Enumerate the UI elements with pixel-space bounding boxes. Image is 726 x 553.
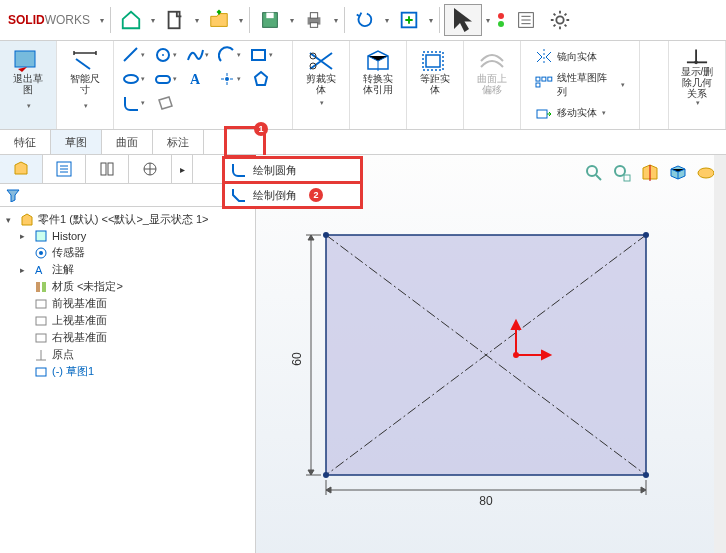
svg-point-11: [162, 54, 164, 56]
svg-rect-28: [101, 163, 106, 175]
polygon-tool[interactable]: [246, 68, 276, 90]
tab-surface[interactable]: 曲面: [102, 130, 153, 154]
tree-sensors[interactable]: 传感器: [20, 244, 249, 261]
svg-rect-2: [266, 13, 273, 19]
chevron-right-icon[interactable]: ▸: [172, 155, 193, 183]
tree-annotations[interactable]: ▸A注解: [20, 261, 249, 278]
feature-tree-tab[interactable]: [0, 155, 43, 183]
offset-entities-button[interactable]: 等距实 体: [411, 44, 459, 99]
svg-rect-0: [169, 12, 180, 29]
svg-rect-22: [542, 77, 546, 81]
show-relations-button[interactable]: 显示/删 除几何 关系: [673, 44, 721, 99]
chevron-down-icon[interactable]: ▾: [27, 102, 31, 110]
trim-button[interactable]: 剪裁实 体: [297, 44, 345, 99]
traffic-light-icon: [498, 13, 504, 27]
vertical-scrollbar[interactable]: [714, 155, 726, 553]
exit-sketch-button[interactable]: 退出草 图: [4, 44, 52, 99]
tree-sketch1[interactable]: (-) 草图1: [20, 363, 249, 380]
spline-tool[interactable]: ▾: [182, 44, 212, 66]
convert-entities-button[interactable]: 转换实 体引用: [354, 44, 402, 99]
svg-rect-23: [548, 77, 552, 81]
svg-point-50: [323, 472, 329, 478]
smart-dimension-button[interactable]: 智能尺 寸: [61, 44, 109, 99]
filter-row[interactable]: [0, 184, 255, 207]
move-entities-button[interactable]: 移动实体▾: [531, 102, 629, 124]
plane-tool[interactable]: [150, 92, 180, 114]
dimxpert-tab[interactable]: [129, 155, 172, 183]
select-tool[interactable]: [444, 4, 482, 36]
tree-history[interactable]: ▸History: [20, 228, 249, 244]
svg-rect-38: [36, 317, 46, 325]
tree-top-plane[interactable]: 上视基准面: [20, 312, 249, 329]
svg-point-33: [39, 251, 43, 255]
step-badge-2: 2: [309, 188, 323, 202]
tree-material[interactable]: 材质 <未指定>: [20, 278, 249, 295]
chevron-down-icon[interactable]: ▾: [320, 99, 324, 107]
point-tool[interactable]: ▾: [214, 68, 244, 90]
undo-button[interactable]: [349, 4, 381, 36]
svg-rect-37: [36, 300, 46, 308]
ellipse-tool[interactable]: ▾: [118, 68, 148, 90]
tab-annotate[interactable]: 标注: [153, 130, 204, 154]
chevron-down-icon[interactable]: ▾: [98, 16, 106, 25]
chevron-down-icon[interactable]: ▾: [696, 99, 700, 107]
svg-point-13: [124, 75, 138, 83]
tab-features[interactable]: 特征: [0, 130, 51, 154]
line-tool[interactable]: ▾: [118, 44, 148, 66]
print-button[interactable]: [298, 4, 330, 36]
svg-text:A: A: [35, 264, 43, 276]
funnel-icon: [6, 188, 20, 202]
property-tab[interactable]: [43, 155, 86, 183]
save-button[interactable]: [254, 4, 286, 36]
svg-rect-19: [426, 55, 440, 67]
new-button[interactable]: [159, 4, 191, 36]
svg-rect-14: [156, 76, 170, 83]
surface-offset-button[interactable]: 曲面上 偏移: [468, 44, 516, 99]
slot-tool[interactable]: ▾: [150, 68, 180, 90]
settings-button[interactable]: [544, 4, 576, 36]
chevron-down-icon[interactable]: ▾: [84, 102, 88, 110]
fillet-tool[interactable]: ▾: [118, 92, 148, 114]
svg-point-26: [694, 61, 698, 65]
tree-front-plane[interactable]: 前视基准面: [20, 295, 249, 312]
rectangle-tool[interactable]: ▾: [246, 44, 276, 66]
svg-rect-12: [252, 50, 265, 60]
svg-point-8: [556, 16, 563, 23]
linear-pattern-button[interactable]: 线性草图阵列▾: [531, 69, 629, 101]
text-tool[interactable]: A: [182, 68, 212, 90]
svg-rect-40: [36, 368, 46, 376]
step-badge-1: 1: [254, 122, 268, 136]
height-dimension: 60: [290, 352, 304, 366]
arc-tool[interactable]: ▾: [214, 44, 244, 66]
svg-point-54: [514, 353, 518, 357]
home-button[interactable]: [115, 4, 147, 36]
sketch-chamfer-menu-item[interactable]: 绘制倒角 2: [225, 184, 360, 206]
svg-rect-29: [108, 163, 113, 175]
graphics-canvas[interactable]: 80 60: [256, 155, 726, 553]
svg-rect-24: [536, 83, 540, 87]
tree-right-plane[interactable]: 右视基准面: [20, 329, 249, 346]
svg-rect-4: [310, 13, 317, 19]
width-dimension: 80: [479, 494, 493, 508]
sketch-drawing: 80 60: [256, 155, 726, 553]
svg-rect-31: [36, 231, 46, 241]
sketch-tools-grid: ▾ ▾ ▾ ▾ ▾ ▾ ▾ A ▾ ▾: [118, 44, 288, 114]
mirror-entities-button[interactable]: 镜向实体: [531, 46, 629, 68]
svg-rect-36: [42, 282, 46, 292]
form-button[interactable]: [510, 4, 542, 36]
sketch-fillet-menu-item[interactable]: 绘制圆角: [225, 159, 360, 184]
svg-point-49: [643, 232, 649, 238]
svg-rect-9: [15, 51, 35, 67]
rebuild-button[interactable]: [393, 4, 425, 36]
config-tab[interactable]: [86, 155, 129, 183]
open-button[interactable]: [203, 4, 235, 36]
circle-tool[interactable]: ▾: [150, 44, 180, 66]
tree-root[interactable]: ▾零件1 (默认) <<默认>_显示状态 1>: [6, 211, 249, 228]
svg-rect-25: [537, 110, 547, 118]
svg-text:A: A: [190, 72, 201, 87]
svg-rect-39: [36, 334, 46, 342]
app-logo: SOLIDWORKS: [6, 13, 90, 27]
svg-rect-21: [536, 77, 540, 81]
tree-origin[interactable]: 原点: [20, 346, 249, 363]
tab-sketch[interactable]: 草图: [51, 130, 102, 154]
